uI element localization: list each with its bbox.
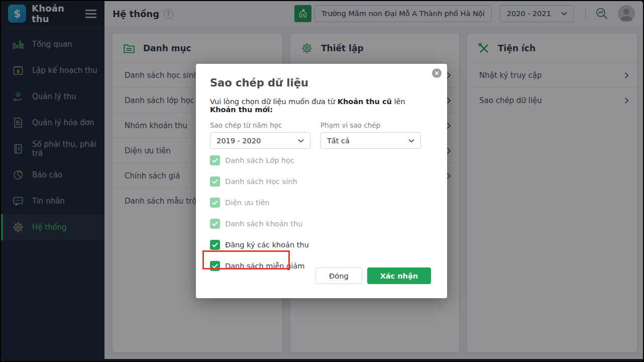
checkbox-checked-icon	[210, 155, 220, 165]
checkbox-dang-ky-cac-khoan-thu[interactable]: Đăng ký các khoản thu	[210, 239, 433, 250]
checkbox-danh-sach-khoan-thu: Danh sách khoản thu	[210, 218, 433, 229]
confirm-button[interactable]: Xác nhận	[367, 267, 431, 284]
checkbox-checked-icon[interactable]	[210, 261, 220, 271]
from-year-value: 2019 - 2020	[217, 137, 261, 145]
checkbox-danh-sach-hoc-sinh: Danh sách Học sinh	[210, 176, 433, 187]
scope-field: Phạm vi sao chép Tất cả	[320, 121, 421, 149]
scope-select[interactable]: Tất cả	[320, 132, 421, 149]
modal-form-row: Sao chép từ năm học 2019 - 2020 Phạm vi …	[210, 121, 433, 149]
scope-label: Phạm vi sao chép	[320, 121, 421, 129]
checkbox-label: Đăng ký các khoản thu	[225, 241, 309, 249]
checkbox-label: Danh sách Học sinh	[225, 177, 297, 186]
checkbox-checked-icon	[210, 219, 220, 229]
modal-actions: Đóng Xác nhận	[315, 267, 431, 284]
copy-data-modal: Sao chép dữ liệu Vui lòng chọn dữ liệu m…	[196, 64, 447, 298]
scope-value: Tất cả	[327, 137, 350, 145]
checkbox-label: Diện ưu tiên	[225, 199, 270, 207]
checkbox-checked-icon	[210, 176, 220, 187]
modal-description: Vui lòng chọn dữ liệu muốn đưa từ Khoản …	[210, 98, 433, 114]
checkbox-checked-icon	[210, 198, 220, 208]
chevron-down-icon	[298, 139, 304, 143]
chevron-down-icon	[408, 139, 414, 143]
modal-title: Sao chép dữ liệu	[210, 77, 433, 89]
checkbox-dien-uu-tien: Diện ưu tiên	[210, 197, 433, 208]
checkbox-label: Danh sách khoản thu	[225, 220, 302, 228]
checkbox-checked-icon[interactable]	[210, 240, 220, 250]
app-window: $ Khoản thu Tổng quan $ Lập kế hoạch thu…	[1, 1, 643, 361]
close-icon[interactable]	[432, 68, 442, 78]
from-year-select[interactable]: 2019 - 2020	[210, 132, 310, 149]
checkbox-label: Danh sách miễn giảm	[225, 262, 304, 270]
close-button[interactable]: Đóng	[315, 267, 362, 284]
checkbox-danh-sach-lop-hoc: Danh sách Lớp học	[210, 155, 433, 166]
from-year-field: Sao chép từ năm học 2019 - 2020	[210, 121, 310, 149]
from-year-label: Sao chép từ năm học	[210, 121, 310, 129]
checkbox-label: Danh sách Lớp học	[225, 156, 294, 164]
modal-checkbox-list: Danh sách Lớp học Danh sách Học sinh Diệ…	[210, 155, 433, 272]
